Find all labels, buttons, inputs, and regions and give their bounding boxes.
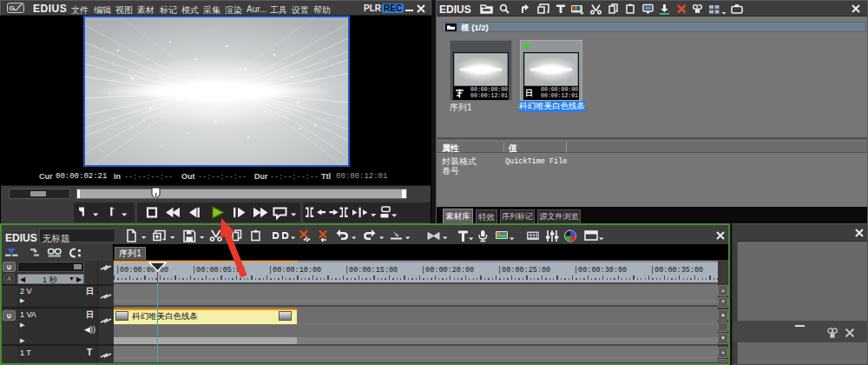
svg-text:G: G <box>10 4 15 12</box>
svg-text:A: A <box>697 4 700 10</box>
